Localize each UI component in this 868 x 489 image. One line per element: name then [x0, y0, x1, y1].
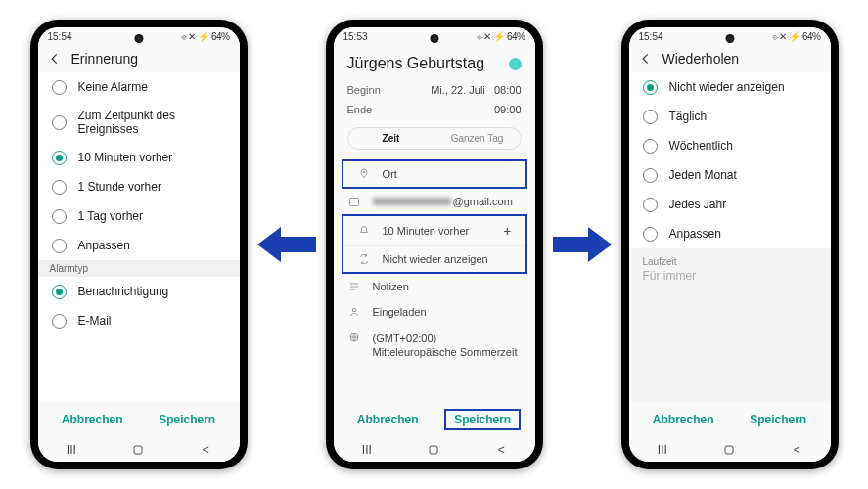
nav-home[interactable] — [426, 444, 441, 456]
android-navbar: III < — [629, 438, 831, 462]
cancel-button[interactable]: Abbrechen — [643, 409, 724, 430]
duration-label: Laufzeit — [643, 256, 817, 267]
end-label: Ende — [347, 104, 373, 115]
option-1day[interactable]: 1 Tag vorher — [38, 201, 240, 231]
nav-home[interactable] — [130, 444, 146, 456]
invited-label: Eingeladen — [373, 306, 427, 318]
radio-icon — [643, 139, 658, 154]
duration-value: Für immer — [643, 269, 817, 283]
option-label: Zum Zeitpunkt des Ereignisses — [78, 109, 226, 136]
option-weekly[interactable]: Wöchentlich — [629, 131, 831, 160]
account-row[interactable]: @gmail.com — [334, 189, 535, 214]
event-title[interactable]: Jürgens Geburtstag — [347, 55, 501, 72]
phone-right: 15:54 ⟐ ✕ ⚡ 64% Wiederholen Nicht wieder… — [621, 20, 839, 469]
add-reminder-icon[interactable]: + — [503, 223, 511, 239]
option-label: Anpassen — [78, 239, 130, 252]
svg-rect-3 — [349, 199, 358, 206]
back-icon[interactable] — [639, 52, 653, 66]
footer-actions: Abbrechen Speichern — [334, 401, 535, 438]
option-label: Täglich — [669, 110, 708, 123]
option-1hour[interactable]: 1 Stunde vorher — [38, 172, 240, 201]
start-label: Beginn — [347, 84, 381, 96]
event-color-dot[interactable] — [509, 58, 522, 70]
arrow-left-icon — [257, 225, 316, 264]
cancel-button[interactable]: Abbrechen — [347, 409, 429, 430]
option-daily[interactable]: Täglich — [629, 102, 831, 131]
section-alarmtype: Alarmtyp — [38, 260, 240, 277]
save-button[interactable]: Speichern — [149, 409, 225, 430]
globe-icon — [347, 332, 361, 343]
person-icon — [347, 306, 361, 318]
timezone-label: (GMT+02:00) Mitteleuropäische Sommerzeit — [373, 332, 522, 360]
save-button[interactable]: Speichern — [740, 409, 816, 430]
statusbar: 15:54 ⟐ ✕ ⚡ 64% — [38, 27, 240, 45]
status-time: 15:54 — [48, 31, 72, 42]
phone-left: 15:54 ⟐ ✕ ⚡ 64% Erinnerung Keine Alarme … — [30, 20, 248, 469]
option-label: Benachrichtigung — [78, 285, 169, 298]
option-yearly[interactable]: Jedes Jahr — [629, 190, 831, 219]
radio-icon — [52, 285, 67, 299]
notes-icon — [347, 281, 361, 292]
calendar-icon — [347, 196, 361, 207]
option-monthly[interactable]: Jeden Monat — [629, 160, 831, 190]
option-at-event[interactable]: Zum Zeitpunkt des Ereignisses — [38, 102, 240, 143]
statusbar: 15:54 ⟐ ✕ ⚡ 64% — [629, 27, 831, 45]
option-no-alarm[interactable]: Keine Alarme — [38, 72, 240, 102]
back-icon[interactable] — [48, 52, 62, 66]
status-icons: ⟐ ✕ ⚡ 64% — [477, 31, 525, 42]
svg-marker-1 — [257, 227, 316, 262]
android-navbar: III < — [334, 438, 535, 462]
nav-home[interactable] — [721, 444, 737, 456]
option-no-repeat[interactable]: Nicht wieder anzeigen — [629, 72, 831, 102]
appbar: Wiederholen — [629, 45, 831, 72]
account-email: @gmail.com — [373, 196, 513, 207]
option-label: E-Mail — [78, 314, 112, 328]
nav-recents[interactable]: III — [64, 443, 79, 457]
status-time: 15:54 — [639, 31, 663, 42]
nav-back[interactable]: < — [493, 443, 509, 457]
nav-back[interactable]: < — [198, 443, 213, 457]
segment-allday[interactable]: Ganzen Tag — [434, 128, 521, 149]
comparison-stage: 15:54 ⟐ ✕ ⚡ 64% Erinnerung Keine Alarme … — [0, 0, 868, 489]
screen-left: 15:54 ⟐ ✕ ⚡ 64% Erinnerung Keine Alarme … — [38, 27, 240, 462]
option-custom[interactable]: Anpassen — [38, 231, 240, 260]
save-button[interactable]: Speichern — [444, 409, 521, 430]
status-icons: ⟐ ✕ ⚡ 64% — [181, 31, 230, 42]
end-row[interactable]: Ende 09:00 — [334, 100, 535, 119]
screen-right: 15:54 ⟐ ✕ ⚡ 64% Wiederholen Nicht wieder… — [629, 27, 831, 462]
alarmtype-notification[interactable]: Benachrichtigung — [38, 277, 240, 306]
bell-icon — [357, 225, 371, 237]
option-label: Nicht wieder anzeigen — [669, 80, 785, 94]
nav-recents[interactable]: III — [655, 443, 670, 457]
start-row[interactable]: Beginn Mi., 22. Juli 08:00 — [334, 80, 535, 100]
option-label: Jeden Monat — [669, 168, 737, 182]
time-allday-segment[interactable]: Zeit Ganzen Tag — [347, 127, 522, 150]
android-navbar: III < — [38, 438, 240, 462]
radio-icon — [52, 151, 67, 165]
location-row[interactable]: Ort — [343, 161, 525, 187]
timezone-row[interactable]: (GMT+02:00) Mitteleuropäische Sommerzeit — [334, 325, 535, 367]
reminder-row[interactable]: 10 Minuten vorher + — [343, 216, 525, 245]
highlight-location: Ort — [342, 159, 527, 189]
option-10min[interactable]: 10 Minuten vorher — [38, 143, 240, 172]
radio-icon — [643, 110, 658, 124]
duration-block[interactable]: Laufzeit Für immer — [629, 248, 831, 290]
reminder-options: Keine Alarme Zum Zeitpunkt des Ereigniss… — [38, 72, 240, 401]
radio-icon — [52, 314, 67, 329]
option-label: 1 Tag vorher — [78, 209, 144, 223]
option-label: Jedes Jahr — [669, 198, 727, 211]
nav-recents[interactable]: III — [359, 443, 375, 457]
segment-time[interactable]: Zeit — [348, 128, 434, 149]
cancel-button[interactable]: Abbrechen — [52, 409, 133, 430]
alarmtype-email[interactable]: E-Mail — [38, 306, 240, 335]
nav-back[interactable]: < — [789, 443, 804, 457]
invited-row[interactable]: Eingeladen — [334, 299, 535, 325]
option-custom[interactable]: Anpassen — [629, 219, 831, 248]
option-label: Keine Alarme — [78, 80, 148, 94]
radio-icon — [52, 180, 67, 195]
svg-rect-6 — [430, 446, 437, 454]
reminder-label: 10 Minuten vorher — [383, 225, 470, 237]
notes-row[interactable]: Notizen — [334, 274, 535, 299]
repeat-row[interactable]: Nicht wieder anzeigen — [343, 246, 525, 272]
radio-icon — [52, 239, 67, 253]
